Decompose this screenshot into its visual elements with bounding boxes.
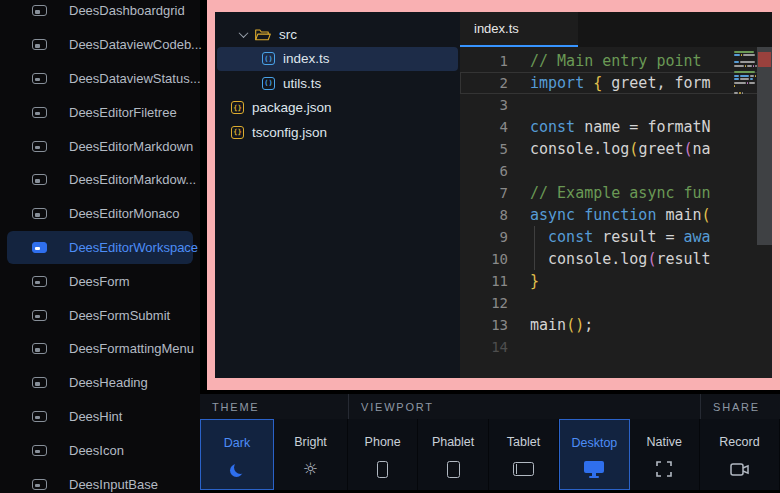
component-list: DeesDashboardgridDeesDataviewCodeb...Dee… [0,0,200,493]
folder-open-icon [247,28,271,41]
sidebar-item-deeshint[interactable]: DeesHint [7,400,193,434]
code-line: 3 [460,94,772,116]
sidebar-item-deesform[interactable]: DeesForm [7,264,193,298]
line-number: 2 [460,72,508,94]
app-window: DeesDashboardgridDeesDataviewCodeb...Dee… [0,0,780,493]
sidebar-item-deesheading[interactable]: DeesHeading [7,366,193,400]
tab-index-ts[interactable]: index.ts [460,12,578,47]
code-line-content: console.log(greet(na [530,138,726,160]
code-editor-panel: index.ts 1// Main entry point2import { g… [460,12,772,378]
record-icon [730,458,749,480]
widget-icon [32,208,47,219]
sidebar-item-deesdashboardgrid[interactable]: DeesDashboardgrid [7,0,193,28]
code-line: 9 const result = awa [460,226,772,248]
tablet-icon [513,458,534,480]
widget-icon [32,411,47,422]
sidebar-item-label: DeesFormSubmit [69,308,170,323]
tree-item-label: src [279,27,297,42]
toolbar-button-label: Native [647,435,682,449]
line-number: 11 [460,270,508,292]
minimap-line [734,78,757,80]
tree-item-index-ts[interactable]: ()index.ts [217,47,458,72]
sidebar-item-deeseditorfiletree[interactable]: DeesEditorFiletree [7,95,193,129]
line-number: 6 [460,160,508,182]
code-line-content: const name = formatN [530,116,726,138]
minimap-line [734,65,757,67]
sidebar-item-deesinputbase[interactable]: DeesInputBase [7,467,193,493]
minimap-line [734,82,757,84]
minimap-line [734,68,757,70]
line-number: 1 [460,50,508,72]
toolbar-section-headers: THEMEVIEWPORTSHARE [200,394,780,419]
code-line-content: console.log(result [530,248,726,270]
toolbar-button-label: Phone [365,435,401,449]
sidebar-item-label: DeesEditorFiletree [69,105,177,120]
native-button[interactable]: Native [630,419,700,490]
native-icon [656,458,672,480]
tree-item-label: tsconfig.json [252,125,327,140]
scrollbar-marker [758,52,771,67]
code-editor[interactable]: 1// Main entry point2import { greet, for… [460,47,772,378]
sidebar-item-label: DeesDashboardgrid [69,3,185,18]
line-number: 3 [460,94,508,116]
widget-icon [32,39,47,50]
section-title-label: VIEWPORT [361,401,434,413]
sidebar-item-label: DeesInputBase [69,477,158,492]
sidebar-item-deeseditormarkdow-[interactable]: DeesEditorMarkdow... [7,163,193,197]
line-number: 14 [460,336,508,358]
scrollbar[interactable] [757,47,772,378]
tab-label: index.ts [474,21,519,36]
widget-icon [32,377,47,388]
tree-item-utils-ts[interactable]: ()utils.ts [217,71,458,96]
minimap[interactable] [734,47,757,378]
sidebar-item-label: DeesHeading [69,375,148,390]
code-line: 12 [460,292,772,314]
widget-icon [32,276,47,287]
code-line-content: const result = awa [530,226,726,248]
tree-item-package-json[interactable]: {}package.json [217,96,458,121]
code-line: 13main(); [460,314,772,336]
record-button[interactable]: Record [700,419,780,490]
sidebar-item-label: DeesIcon [69,443,124,458]
scrollbar-thumb[interactable] [757,47,772,245]
toolbar-section-title-theme: THEME [200,394,348,419]
code-line: 1// Main entry point [460,50,772,72]
sidebar-item-deeseditormarkdown[interactable]: DeesEditorMarkdown [7,129,193,163]
dark-button[interactable]: Dark [200,419,274,490]
phablet-button[interactable]: Phablet [418,419,488,490]
tree-item-src[interactable]: src [217,22,458,47]
widget-icon [32,5,47,16]
bright-button[interactable]: Bright☼ [274,419,348,490]
sidebar-item-deesdataviewstatus-[interactable]: DeesDataviewStatus... [7,62,193,96]
tablet-button[interactable]: Tablet [489,419,559,490]
sidebar-item-label: DeesHint [69,409,122,424]
tree-item-tsconfig-json[interactable]: {}tsconfig.json [217,120,458,145]
widget-icon [32,343,47,354]
line-number: 10 [460,248,508,270]
sidebar-item-deesformattingmenu[interactable]: DeesFormattingMenu [7,332,193,366]
desktop-button[interactable]: Desktop [559,419,629,490]
phone-button[interactable]: Phone [348,419,418,490]
code-line: 5console.log(greet(na [460,138,772,160]
line-number: 4 [460,116,508,138]
file-tree-panel: src()index.ts()utils.ts{}package.json{}t… [215,12,460,378]
tree-item-label: utils.ts [283,76,321,91]
sidebar-item-deesformsubmit[interactable]: DeesFormSubmit [7,298,193,332]
toolbar-section-title-share: SHARE [700,394,780,419]
sidebar-item-deesicon[interactable]: DeesIcon [7,433,193,467]
sidebar-item-deeseditorworkspace[interactable]: DeesEditorWorkspace [7,231,193,265]
minimap-line [734,54,757,56]
code-line-content: // Example async fun [530,182,726,204]
minimap-line [734,85,757,87]
code-line: 11} [460,270,772,292]
code-line: 7// Example async fun [460,182,772,204]
sidebar-item-label: DeesEditorMarkdow... [69,172,196,187]
code-line: 6 [460,160,772,182]
section-title-label: THEME [212,401,260,413]
sidebar-item-deesdataviewcodeb-[interactable]: DeesDataviewCodeb... [7,28,193,62]
widget-icon [32,310,47,321]
toolbar-button-label: Tablet [507,435,540,449]
component-sidebar: DeesDashboardgridDeesDataviewCodeb...Dee… [0,0,200,493]
sidebar-item-deeseditormonaco[interactable]: DeesEditorMonaco [7,197,193,231]
json-file-icon: {} [231,101,244,114]
